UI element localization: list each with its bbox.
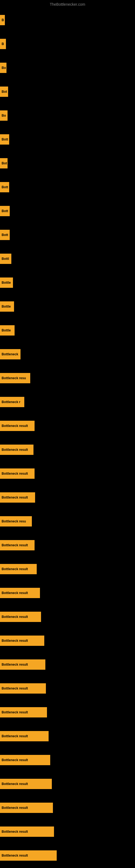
bar-label: Bottleneck result — [0, 707, 47, 717]
bar-row: Bott — [0, 175, 135, 199]
bar-row: Bottleneck result — [0, 748, 135, 772]
bar-label: Bottleneck resu — [0, 516, 32, 527]
bar-row: Bottleneck result — [0, 486, 135, 509]
bar-label: Bottleneck result — [0, 683, 46, 693]
bar-row: Bottleneck result — [0, 844, 135, 867]
bar-row: Bott — [0, 223, 135, 247]
bar-label: Bott — [0, 230, 10, 240]
bar-row: Bottleneck result — [0, 414, 135, 438]
bar-row: Bottleneck result — [0, 438, 135, 462]
bar-row: Bottleneck result — [0, 605, 135, 629]
bar-row: Bottleneck resu — [0, 366, 135, 390]
bar-label: Bottle — [0, 301, 14, 312]
bar-row: Bottl — [0, 247, 135, 271]
bar-row: Bottleneck result — [0, 772, 135, 796]
bar-row: Bottleneck result — [0, 462, 135, 486]
bar-label: Bottleneck result — [0, 636, 44, 646]
bar-label: Bottleneck result — [0, 659, 45, 670]
bar-row: Bottleneck result — [0, 629, 135, 653]
bar-label: Bottleneck resu — [0, 373, 30, 383]
bar-row: Bo — [0, 56, 135, 80]
bar-label: Bottleneck result — [0, 612, 41, 622]
bar-row: Bottleneck result — [0, 724, 135, 748]
bar-row: Bot — [0, 151, 135, 175]
bar-row: Bott — [0, 127, 135, 151]
bar-row: B — [0, 32, 135, 56]
bar-row: Bott — [0, 199, 135, 223]
bar-label: Bottleneck result — [0, 540, 35, 550]
bar-row: Bottle — [0, 318, 135, 342]
bar-label: Bottleneck result — [0, 779, 52, 789]
bar-row: Bottleneck result — [0, 820, 135, 844]
bar-row: Bottle — [0, 271, 135, 294]
bar-label: Bott — [0, 134, 9, 145]
bar-label: Bottleneck result — [0, 850, 57, 861]
bar-label: B — [0, 15, 5, 25]
bar-label: Bott — [0, 206, 10, 216]
bar-label: Bott — [0, 182, 9, 192]
bar-label: Bottle — [0, 325, 14, 336]
bar-row: Bottleneck result — [0, 581, 135, 605]
bar-row: Bo — [0, 104, 135, 127]
bar-row: Bottleneck result — [0, 677, 135, 701]
bar-label: Bottleneck result — [0, 492, 35, 503]
bar-label: Bottleneck result — [0, 444, 34, 455]
bar-row: Bottleneck resu — [0, 509, 135, 533]
bar-row: B — [0, 8, 135, 32]
bar-label: Bottleneck result — [0, 588, 40, 598]
bar-label: Bottle — [0, 278, 13, 288]
bar-row: Bottleneck — [0, 342, 135, 366]
site-title: TheBottlenecker.com — [0, 0, 135, 8]
bar-row: Bottleneck result — [0, 701, 135, 724]
bar-label: B — [0, 39, 6, 49]
bar-row: Bot — [0, 80, 135, 104]
bar-label: Bottl — [0, 254, 11, 264]
bar-row: Bottle — [0, 294, 135, 318]
bar-label: Bo — [0, 111, 8, 121]
bar-row: Bottleneck result — [0, 653, 135, 677]
bar-label: Bottleneck result — [0, 803, 53, 813]
bar-label: Bottleneck result — [0, 827, 54, 837]
bar-label: Bot — [0, 158, 8, 168]
bar-label: Bottleneck result — [0, 755, 50, 765]
bar-label: Bottleneck result — [0, 421, 35, 431]
bar-label: Bottleneck result — [0, 731, 49, 741]
bar-row: Bottleneck r — [0, 390, 135, 414]
bar-label: Bottleneck result — [0, 564, 37, 574]
bar-label: Bot — [0, 87, 8, 97]
bar-row: Bottleneck result — [0, 533, 135, 557]
bar-row: Bottleneck result — [0, 796, 135, 820]
bar-row: Bottleneck result — [0, 557, 135, 581]
bars-container: BBBoBotBoBottBotBottBottBottBottlBottleB… — [0, 8, 135, 868]
bar-label: Bottleneck r — [0, 397, 24, 407]
bar-label: Bottleneck — [0, 349, 20, 360]
bar-label: Bottleneck result — [0, 468, 35, 479]
bar-label: Bo — [0, 63, 6, 73]
